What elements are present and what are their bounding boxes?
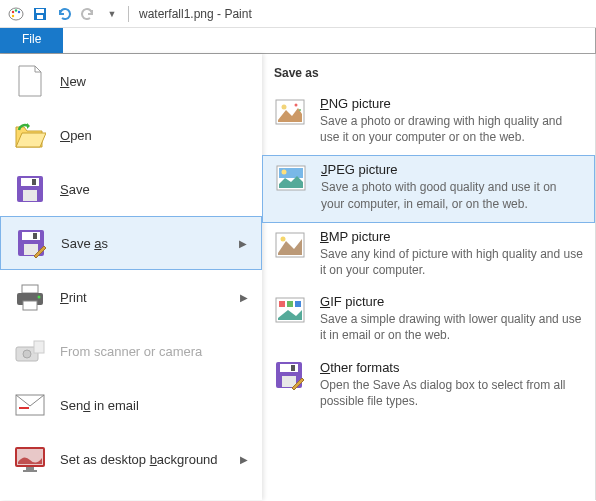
svg-rect-7 (37, 15, 43, 19)
svg-rect-16 (22, 285, 38, 293)
menu-item-label: Set as desktop background (60, 452, 240, 467)
gif-format-icon (274, 294, 306, 326)
svg-rect-18 (23, 301, 37, 310)
email-icon (14, 389, 46, 421)
format-item-desc: Save a photo or drawing with high qualit… (320, 113, 583, 145)
open-folder-icon (14, 119, 46, 151)
menu-item-email[interactable]: Send in email (0, 378, 262, 432)
save-floppy-icon (14, 173, 46, 205)
format-item-png[interactable]: PNG picture Save a photo or drawing with… (262, 90, 595, 155)
title-bar: ▼ waterfall1.png - Paint (0, 0, 596, 28)
menu-item-label: Save as (61, 236, 239, 251)
menu-item-print[interactable]: Print ▶ (0, 270, 262, 324)
submenu-arrow-icon: ▶ (240, 292, 248, 303)
menu-item-scanner: From scanner or camera (0, 324, 262, 378)
svg-rect-9 (21, 178, 39, 186)
window-title: waterfall1.png - Paint (139, 7, 252, 21)
svg-rect-6 (36, 9, 44, 13)
save-as-submenu: Save as PNG picture Save a photo or draw… (262, 54, 596, 500)
format-item-desc: Save a simple drawing with lower quality… (320, 311, 583, 343)
format-item-title: Other formats (320, 360, 583, 375)
svg-point-19 (38, 296, 41, 299)
format-item-title: JPEG picture (321, 162, 582, 177)
format-item-desc: Save a photo with good quality and use i… (321, 179, 582, 211)
jpeg-format-icon (275, 162, 307, 194)
svg-rect-39 (279, 301, 285, 307)
svg-rect-11 (32, 179, 36, 185)
png-format-icon (274, 96, 306, 128)
svg-point-30 (282, 105, 287, 110)
menu-item-label: Send in email (60, 398, 248, 413)
svg-rect-13 (22, 232, 40, 240)
svg-rect-14 (24, 244, 38, 255)
printer-icon (14, 281, 46, 313)
save-as-floppy-icon (15, 227, 47, 259)
format-item-jpeg[interactable]: JPEG picture Save a photo with good qual… (262, 155, 595, 222)
format-item-other[interactable]: Other formats Open the Save As dialog bo… (262, 354, 595, 419)
menu-item-label: From scanner or camera (60, 344, 248, 359)
svg-point-21 (23, 350, 31, 358)
new-doc-icon (14, 65, 46, 97)
redo-icon[interactable] (79, 5, 97, 23)
format-item-desc: Open the Save As dialog box to select fr… (320, 377, 583, 409)
format-item-gif[interactable]: GIF picture Save a simple drawing with l… (262, 288, 595, 353)
format-item-title: PNG picture (320, 96, 583, 111)
submenu-heading: Save as (262, 62, 595, 90)
svg-rect-41 (295, 301, 301, 307)
svg-rect-43 (280, 364, 298, 372)
menu-item-save[interactable]: Save (0, 162, 262, 216)
svg-rect-15 (33, 233, 37, 239)
svg-rect-40 (287, 301, 293, 307)
menu-item-label: Print (60, 290, 240, 305)
save-icon[interactable] (31, 5, 49, 23)
separator (128, 6, 129, 22)
svg-point-2 (15, 9, 17, 11)
format-item-title: BMP picture (320, 229, 583, 244)
submenu-arrow-icon: ▶ (239, 238, 247, 249)
format-item-title: GIF picture (320, 294, 583, 309)
svg-rect-28 (23, 470, 37, 472)
customize-dropdown-icon[interactable]: ▼ (103, 5, 121, 23)
menu-item-open[interactable]: Open (0, 108, 262, 162)
menu-item-label: Open (60, 128, 248, 143)
svg-rect-45 (291, 365, 295, 371)
svg-rect-24 (19, 407, 29, 409)
svg-point-31 (295, 104, 298, 107)
svg-rect-22 (34, 341, 44, 353)
svg-point-32 (299, 109, 301, 111)
menu-item-new[interactable]: New (0, 54, 262, 108)
svg-rect-44 (282, 376, 296, 387)
svg-point-4 (12, 14, 14, 16)
svg-point-3 (18, 10, 20, 12)
svg-rect-10 (23, 190, 37, 201)
svg-point-35 (282, 170, 287, 175)
paint-app-icon[interactable] (7, 5, 25, 23)
file-tab[interactable]: File (0, 28, 63, 53)
undo-icon[interactable] (55, 5, 73, 23)
other-format-icon (274, 360, 306, 392)
desktop-bg-icon (14, 443, 46, 475)
format-item-desc: Save any kind of picture with high quali… (320, 246, 583, 278)
ribbon: File (0, 28, 596, 54)
svg-rect-27 (26, 467, 34, 470)
menu-item-save-as[interactable]: Save as ▶ (0, 216, 262, 270)
svg-point-1 (12, 10, 14, 12)
file-menu: New Open Save Save as ▶ Print (0, 54, 596, 500)
scanner-icon (14, 335, 46, 367)
menu-item-label: Save (60, 182, 248, 197)
svg-point-37 (281, 236, 286, 241)
file-menu-left: New Open Save Save as ▶ Print (0, 54, 262, 500)
format-item-bmp[interactable]: BMP picture Save any kind of picture wit… (262, 223, 595, 288)
bmp-format-icon (274, 229, 306, 261)
submenu-arrow-icon: ▶ (240, 454, 248, 465)
menu-item-desktop-bg[interactable]: Set as desktop background ▶ (0, 432, 262, 486)
menu-item-label: New (60, 74, 248, 89)
